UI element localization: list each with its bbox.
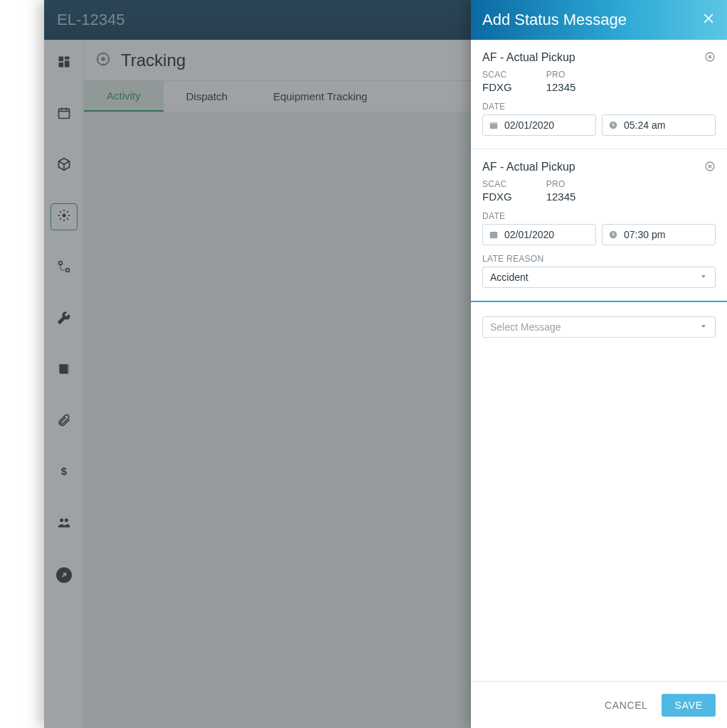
tab-label: Equipment Tracking <box>273 90 368 102</box>
save-button[interactable]: SAVE <box>662 694 716 717</box>
tab-label: Dispatch <box>186 90 228 102</box>
remove-status-button[interactable] <box>704 161 716 175</box>
people-icon <box>57 515 71 532</box>
tab-label: Activity <box>107 90 141 102</box>
svg-point-10 <box>65 269 69 272</box>
tab-activity[interactable]: Activity <box>84 81 164 112</box>
close-icon <box>701 11 716 26</box>
add-status-panel: Add Status Message AF - Actual Pickup SC… <box>471 0 727 728</box>
svg-point-8 <box>62 214 65 218</box>
time-input[interactable]: 07:30 pm <box>602 224 716 245</box>
svg-rect-2 <box>64 60 69 67</box>
chevron-down-icon <box>699 321 708 333</box>
select-message[interactable]: Select Message <box>482 316 716 338</box>
select-message-placeholder: Select Message <box>490 321 561 333</box>
late-reason-value: Accident <box>490 272 529 283</box>
sidebar-item-dashboard[interactable] <box>51 50 78 77</box>
wrench-icon <box>57 311 71 328</box>
status-block: AF - Actual Pickup SCAC FDXG PRO 12345 D… <box>471 40 727 149</box>
date-input[interactable]: 02/01/2020 <box>482 224 596 245</box>
late-reason-select[interactable]: Accident <box>482 267 716 288</box>
pro-label: PRO <box>546 70 576 80</box>
svg-point-14 <box>64 518 68 522</box>
sidebar-item-route[interactable] <box>51 255 78 282</box>
status-title: AF - Actual Pickup <box>482 161 575 173</box>
date-input[interactable]: 02/01/2020 <box>482 114 596 136</box>
panel-body: AF - Actual Pickup SCAC FDXG PRO 12345 D… <box>471 40 727 681</box>
svg-rect-0 <box>58 57 63 62</box>
tracking-header-icon <box>95 51 111 70</box>
tracking-icon <box>57 208 71 225</box>
scac-value: FDXG <box>482 81 512 93</box>
window-title: EL-12345 <box>57 11 124 29</box>
select-message-block: Select Message <box>471 302 727 349</box>
remove-icon <box>704 51 716 63</box>
tab-dispatch[interactable]: Dispatch <box>164 81 250 112</box>
panel-footer: CANCEL SAVE <box>471 681 727 728</box>
svg-rect-4 <box>58 109 69 118</box>
date-label: DATE <box>482 102 716 112</box>
calendar-icon <box>489 120 499 130</box>
launch-icon <box>56 567 72 583</box>
clock-icon <box>608 230 618 240</box>
dashboard-icon <box>57 55 71 72</box>
late-reason-label: LATE REASON <box>482 254 716 264</box>
svg-point-9 <box>58 262 62 265</box>
status-title: AF - Actual Pickup <box>482 51 575 64</box>
status-block: AF - Actual Pickup SCAC FDXG PRO 12345 D… <box>471 149 727 302</box>
sidebar-item-attachments[interactable] <box>51 408 78 435</box>
pro-label: PRO <box>546 179 576 189</box>
page-title: Tracking <box>121 50 186 70</box>
time-value: 05:24 am <box>624 119 665 131</box>
scac-label: SCAC <box>482 70 512 80</box>
cancel-button[interactable]: CANCEL <box>605 700 647 711</box>
sidebar-item-billing[interactable]: $ <box>51 459 78 486</box>
scac-label: SCAC <box>482 179 512 189</box>
svg-rect-1 <box>64 57 69 60</box>
sidebar-item-tracking[interactable] <box>51 203 78 230</box>
scac-value: FDXG <box>482 191 512 203</box>
sidebar-item-calendar[interactable] <box>51 101 78 128</box>
sidebar-item-docs[interactable] <box>51 357 78 384</box>
calendar-icon <box>57 106 71 123</box>
time-input[interactable]: 05:24 am <box>602 114 716 136</box>
sidebar-item-people[interactable] <box>51 510 78 537</box>
pro-value: 12345 <box>546 81 576 93</box>
close-button[interactable] <box>701 11 716 28</box>
calendar-icon <box>489 230 499 240</box>
svg-rect-11 <box>66 364 68 373</box>
svg-rect-28 <box>490 232 498 238</box>
panel-title: Add Status Message <box>482 11 627 29</box>
date-label: DATE <box>482 211 716 221</box>
date-value: 02/01/2020 <box>504 119 554 131</box>
clock-icon <box>608 120 618 130</box>
remove-icon <box>704 161 716 172</box>
attachment-icon <box>57 413 71 430</box>
dollar-icon: $ <box>57 464 71 481</box>
sidebar: $ <box>44 40 84 728</box>
svg-point-13 <box>60 518 63 522</box>
svg-text:$: $ <box>60 465 67 477</box>
chevron-down-icon <box>699 272 708 283</box>
package-icon <box>57 157 71 174</box>
svg-rect-3 <box>58 63 63 68</box>
panel-header: Add Status Message <box>471 0 727 40</box>
sidebar-item-launch[interactable] <box>51 562 78 589</box>
svg-point-15 <box>101 57 105 61</box>
tab-equipment-tracking[interactable]: Equipment Tracking <box>250 81 391 112</box>
book-icon <box>57 362 71 379</box>
pro-value: 12345 <box>546 191 576 203</box>
date-value: 02/01/2020 <box>504 229 554 240</box>
route-icon <box>57 259 71 277</box>
svg-rect-23 <box>490 122 498 124</box>
time-value: 07:30 pm <box>624 229 665 240</box>
sidebar-item-package[interactable] <box>51 152 78 179</box>
sidebar-item-tools[interactable] <box>51 306 78 333</box>
remove-status-button[interactable] <box>704 51 716 65</box>
